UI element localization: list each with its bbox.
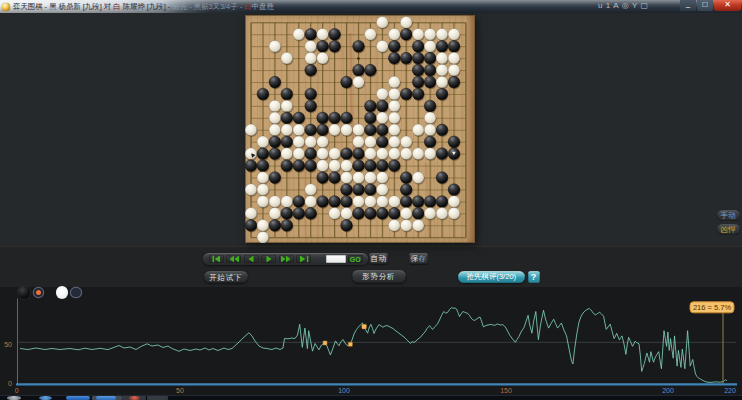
svg-text:50: 50 — [4, 341, 12, 348]
svg-text:0: 0 — [8, 380, 12, 387]
svg-text:50: 50 — [176, 387, 184, 394]
svg-text:200: 200 — [662, 387, 674, 394]
svg-text:216 = 5.7%: 216 = 5.7% — [693, 303, 731, 312]
svg-text:100: 100 — [338, 387, 350, 394]
svg-text:150: 150 — [500, 387, 512, 394]
svg-text:0: 0 — [15, 387, 19, 394]
svg-text:220: 220 — [724, 387, 736, 394]
